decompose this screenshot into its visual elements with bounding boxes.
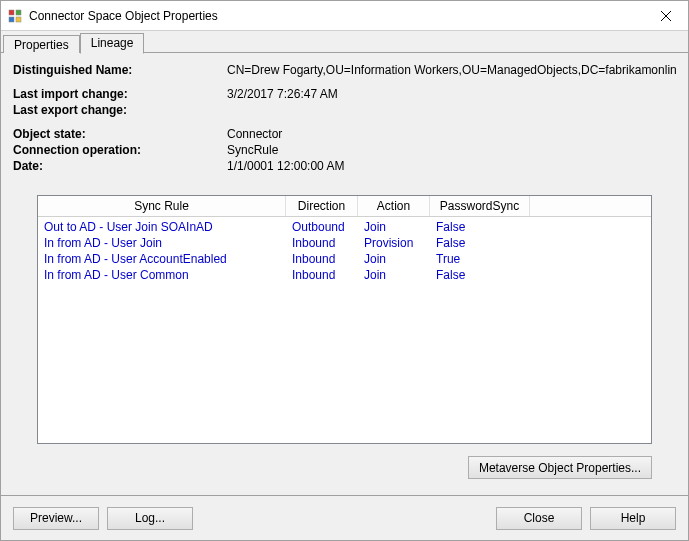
table-row[interactable]: In from AD - User JoinInboundProvisionFa… [38, 235, 651, 251]
table-row[interactable]: In from AD - User AccountEnabledInboundJ… [38, 251, 651, 267]
cell-password-sync: False [430, 235, 530, 251]
help-button[interactable]: Help [590, 507, 676, 530]
cell-action: Join [358, 219, 430, 235]
cell-direction: Inbound [286, 267, 358, 283]
table-row[interactable]: Out to AD - User Join SOAInADOutboundJoi… [38, 219, 651, 235]
value-date: 1/1/0001 12:00:00 AM [227, 159, 676, 173]
app-icon [7, 8, 23, 24]
svg-rect-3 [16, 17, 21, 22]
cell-action: Provision [358, 235, 430, 251]
tabpage-lineage: Distinguished Name: CN=Drew Fogarty,OU=I… [1, 53, 688, 495]
table-row[interactable]: In from AD - User CommonInboundJoinFalse [38, 267, 651, 283]
cell-direction: Inbound [286, 235, 358, 251]
metaverse-button-row: Metaverse Object Properties... [13, 452, 676, 487]
footer: Preview... Log... Close Help [1, 496, 688, 540]
cell-action: Join [358, 267, 430, 283]
svg-rect-1 [16, 10, 21, 15]
label-last-import-change: Last import change: [13, 87, 223, 101]
value-last-export-change [227, 103, 676, 117]
label-distinguished-name: Distinguished Name: [13, 63, 223, 77]
cell-sync-rule: In from AD - User AccountEnabled [38, 251, 286, 267]
value-distinguished-name: CN=Drew Fogarty,OU=Information Workers,O… [227, 63, 676, 77]
cell-direction: Inbound [286, 251, 358, 267]
cell-direction: Outbound [286, 219, 358, 235]
svg-rect-2 [9, 17, 14, 22]
cell-sync-rule: In from AD - User Common [38, 267, 286, 283]
grid-header-row: Sync Rule Direction Action PasswordSync [38, 196, 651, 217]
value-connection-operation: SyncRule [227, 143, 676, 157]
svg-rect-0 [9, 10, 14, 15]
metaverse-object-properties-button[interactable]: Metaverse Object Properties... [468, 456, 652, 479]
cell-sync-rule: In from AD - User Join [38, 235, 286, 251]
label-connection-operation: Connection operation: [13, 143, 223, 157]
col-header-sync-rule[interactable]: Sync Rule [38, 196, 286, 216]
cell-action: Join [358, 251, 430, 267]
window-title: Connector Space Object Properties [29, 9, 643, 23]
details-grid: Distinguished Name: CN=Drew Fogarty,OU=I… [13, 63, 676, 173]
label-date: Date: [13, 159, 223, 173]
col-header-spacer [530, 196, 651, 216]
label-last-export-change: Last export change: [13, 103, 223, 117]
titlebar: Connector Space Object Properties [1, 1, 688, 31]
value-object-state: Connector [227, 127, 676, 141]
client-area: Properties Lineage Distinguished Name: C… [1, 31, 688, 540]
tab-lineage[interactable]: Lineage [80, 33, 145, 54]
tab-properties[interactable]: Properties [3, 35, 80, 53]
tab-strip: Properties Lineage [1, 31, 688, 53]
log-button[interactable]: Log... [107, 507, 193, 530]
cell-password-sync: False [430, 219, 530, 235]
close-button[interactable] [643, 1, 688, 30]
grid-body: Out to AD - User Join SOAInADOutboundJoi… [38, 217, 651, 443]
sync-rule-grid: Sync Rule Direction Action PasswordSync … [37, 195, 652, 444]
close-dialog-button[interactable]: Close [496, 507, 582, 530]
label-object-state: Object state: [13, 127, 223, 141]
cell-sync-rule: Out to AD - User Join SOAInAD [38, 219, 286, 235]
col-header-password-sync[interactable]: PasswordSync [430, 196, 530, 216]
value-last-import-change: 3/2/2017 7:26:47 AM [227, 87, 676, 101]
cell-password-sync: False [430, 267, 530, 283]
col-header-action[interactable]: Action [358, 196, 430, 216]
preview-button[interactable]: Preview... [13, 507, 99, 530]
cell-password-sync: True [430, 251, 530, 267]
col-header-direction[interactable]: Direction [286, 196, 358, 216]
dialog-window: Connector Space Object Properties Proper… [0, 0, 689, 541]
